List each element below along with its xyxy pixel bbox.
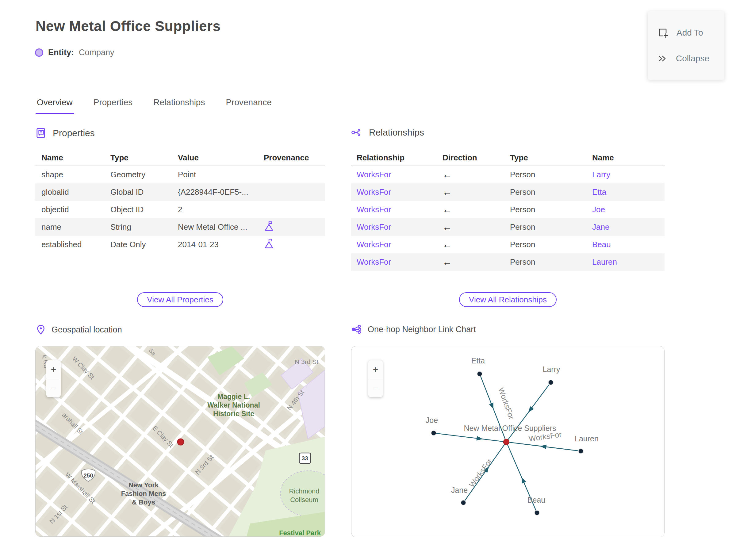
entity-label: Entity:	[48, 48, 74, 57]
poi-label: Fashion Mens	[121, 490, 166, 497]
provenance-flag-icon[interactable]	[264, 221, 274, 232]
chart-node-larry[interactable]	[548, 380, 553, 385]
table-row: WorksFor ← Person Joe	[351, 201, 665, 218]
collapse-icon	[657, 54, 668, 63]
actions-panel: Add To Collapse	[648, 11, 724, 80]
properties-table: Name Type Value Provenance shape Geometr…	[35, 150, 325, 253]
link-chart-canvas: WorksForWorksForWorksForNew Metal Office…	[351, 346, 664, 537]
chart-node-joe[interactable]	[431, 431, 436, 435]
map-zoom-in-button[interactable]: +	[46, 360, 61, 379]
map-canvas: k Rd W Clay St Sa N 3rd St N 4th St Magg…	[36, 346, 325, 536]
entity-detail-page: New Metal Office Suppliers Entity: Compa…	[0, 0, 736, 560]
relationship-link[interactable]: WorksFor	[357, 187, 443, 197]
table-row: WorksFor ← Person Beau	[351, 236, 665, 253]
chart-node-jane[interactable]	[461, 500, 466, 505]
chart-node-etta[interactable]	[477, 371, 482, 376]
chart-node-label: New Metal Office Suppliers	[464, 424, 556, 432]
entity-link[interactable]: Jane	[592, 222, 665, 232]
entity-link[interactable]: Lauren	[592, 257, 665, 267]
collapse-label: Collapse	[676, 54, 709, 63]
map-marker[interactable]	[178, 439, 184, 445]
chart-edge-label: WorksFor	[467, 457, 494, 489]
relationship-link[interactable]: WorksFor	[357, 205, 443, 214]
link-chart-icon	[351, 324, 362, 334]
relationship-link[interactable]: WorksFor	[357, 170, 443, 179]
chart-edge-arrow	[540, 445, 547, 449]
chart-zoom-in-button[interactable]: +	[368, 360, 383, 379]
col-value: Value	[178, 153, 264, 163]
entity-type-icon	[35, 48, 43, 57]
entity-link[interactable]: Larry	[592, 170, 665, 179]
poi-label: Richmond	[289, 487, 319, 495]
chart-node-label: Etta	[471, 356, 485, 365]
entity-link[interactable]: Joe	[592, 205, 665, 214]
relationship-link[interactable]: WorksFor	[357, 257, 443, 267]
view-all-properties-button[interactable]: View All Properties	[137, 292, 223, 307]
properties-section-header: Properties	[35, 127, 95, 139]
tab-bar: Overview Properties Relationships Proven…	[36, 96, 273, 114]
table-row: name String New Metal Office ...	[35, 218, 325, 236]
table-row: WorksFor ← Person Jane	[351, 218, 665, 236]
poi-label: Maggie L.	[217, 393, 250, 401]
svg-text:250: 250	[83, 472, 93, 479]
chart-node-label: Beau	[527, 496, 545, 504]
map-pin-icon	[36, 324, 45, 335]
map-zoom-out-button[interactable]: −	[46, 379, 61, 397]
chart-zoom-out-button[interactable]: −	[368, 379, 383, 397]
poi-label: Coliseum	[290, 496, 318, 504]
add-to-button[interactable]: Add To	[657, 27, 724, 38]
table-row: WorksFor ← Person Larry	[351, 166, 665, 183]
tab-provenance[interactable]: Provenance	[224, 96, 273, 114]
chart-node-label: Jane	[451, 486, 468, 494]
poi-label: Walker National	[207, 401, 260, 409]
tab-relationships[interactable]: Relationships	[152, 96, 206, 114]
col-type: Type	[110, 153, 178, 163]
col-provenance: Provenance	[264, 153, 325, 163]
col-name: Name	[41, 153, 110, 163]
table-row: globalid Global ID {A228944F-0EF5-...	[35, 183, 325, 201]
chart-node-label: Lauren	[575, 434, 599, 443]
chart-edge-arrow	[489, 402, 493, 409]
relationships-table: Relationship Direction Type Name WorksFo…	[351, 150, 665, 271]
relationship-link[interactable]: WorksFor	[357, 222, 443, 232]
relationships-section-header: Relationships	[351, 127, 424, 138]
properties-icon	[35, 127, 47, 139]
street-label: N 3rd St	[295, 358, 318, 365]
entity-type-row: Entity: Company	[35, 48, 114, 57]
view-all-relationships-button[interactable]: View All Relationships	[459, 292, 557, 307]
link-chart[interactable]: WorksForWorksForWorksForNew Metal Office…	[351, 346, 665, 537]
page-title: New Metal Office Suppliers	[36, 18, 220, 34]
entity-link[interactable]: Etta	[592, 187, 665, 197]
table-row: objectid Object ID 2	[35, 201, 325, 218]
chart-node-beau[interactable]	[535, 510, 539, 515]
relationships-table-header: Relationship Direction Type Name	[351, 150, 665, 166]
provenance-flag-icon[interactable]	[264, 238, 274, 249]
relationship-link[interactable]: WorksFor	[357, 240, 443, 249]
geospatial-map[interactable]: k Rd W Clay St Sa N 3rd St N 4th St Magg…	[35, 346, 325, 537]
geospatial-section-header: Geospatial location	[36, 324, 122, 335]
svg-text:33: 33	[301, 455, 308, 462]
chart-node-lauren[interactable]	[578, 449, 583, 454]
chart-edge-arrow	[522, 477, 526, 484]
geospatial-section-title: Geospatial location	[52, 325, 122, 335]
properties-table-header: Name Type Value Provenance	[35, 150, 325, 166]
entity-value: Company	[79, 48, 114, 57]
chart-node-label: Larry	[543, 365, 560, 374]
chart-edge-label: WorksFor	[497, 386, 516, 420]
tab-overview[interactable]: Overview	[36, 96, 74, 114]
chart-edge	[434, 433, 506, 442]
poi-label: Festival Park	[279, 529, 321, 536]
poi-label: New York	[128, 481, 159, 489]
relationships-icon	[351, 127, 363, 138]
properties-section-title: Properties	[53, 128, 95, 138]
add-to-label: Add To	[677, 28, 703, 38]
add-to-icon	[657, 27, 669, 38]
link-chart-section-title: One-hop Neighbor Link Chart	[368, 325, 476, 334]
collapse-button[interactable]: Collapse	[657, 54, 724, 63]
poi-label: Historic Site	[213, 410, 254, 418]
chart-node-center[interactable]	[504, 439, 509, 445]
table-row: established Date Only 2014-01-23	[35, 236, 325, 253]
tab-properties[interactable]: Properties	[92, 96, 134, 114]
route-shield-33: 33	[299, 453, 311, 463]
entity-link[interactable]: Beau	[592, 240, 665, 249]
